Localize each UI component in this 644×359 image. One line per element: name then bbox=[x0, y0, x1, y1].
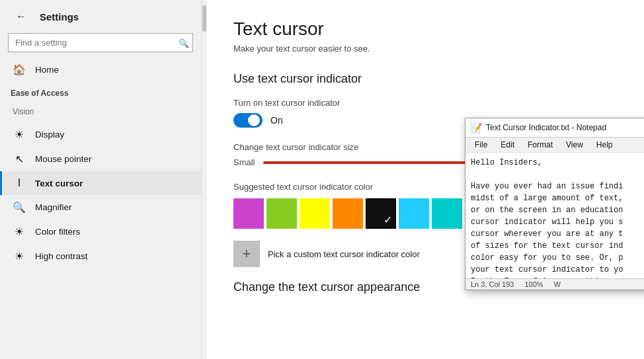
menu-edit[interactable]: Edit bbox=[495, 139, 520, 151]
notepad-menubar: File Edit Format View Help bbox=[465, 138, 644, 153]
home-icon: 🏠 bbox=[13, 63, 26, 76]
status-ln-col: Ln 3, Col 193 bbox=[471, 280, 514, 288]
notepad-app-icon: 📝 bbox=[471, 122, 482, 133]
sidebar-item-home[interactable]: 🏠 Home bbox=[0, 58, 201, 82]
notepad-line-11: In the Ease of Access settings, bbox=[471, 276, 644, 278]
toggle-description: Turn on text cursor indicator bbox=[233, 98, 618, 108]
notepad-line-1: Hello Insiders, bbox=[471, 157, 644, 169]
menu-format[interactable]: Format bbox=[522, 139, 558, 151]
notepad-win-controls: — □ ✕ bbox=[641, 121, 644, 134]
notepad-line-2 bbox=[471, 169, 644, 180]
status-encoding: W bbox=[554, 280, 561, 288]
menu-help[interactable]: Help bbox=[591, 139, 618, 151]
status-left: Ln 3, Col 193 100% W bbox=[471, 280, 561, 288]
sidebar-item-high-contrast-label: High contrast bbox=[35, 251, 88, 261]
vision-label: Vision bbox=[13, 107, 34, 116]
color-swatch-yellow[interactable] bbox=[300, 198, 330, 229]
notepad-title-left: 📝 Text Cursor Indicator.txt - Notepad bbox=[471, 122, 606, 133]
notepad-line-4: midst of a large amount of text, bbox=[471, 192, 644, 204]
sidebar-item-color-filters[interactable]: ☀ Color filters bbox=[0, 219, 201, 244]
menu-view[interactable]: View bbox=[561, 139, 588, 151]
custom-color-label: Pick a custom text cursor indicator colo… bbox=[268, 249, 420, 259]
notepad-window: 📝 Text Cursor Indicator.txt - Notepad — … bbox=[465, 118, 644, 290]
status-zoom: 100% bbox=[524, 280, 543, 288]
color-swatch-black[interactable]: ✓ bbox=[366, 198, 396, 229]
notepad-content[interactable]: Hello Insiders, Have you ever had an iss… bbox=[465, 153, 644, 278]
settings-scrollbar[interactable] bbox=[202, 0, 207, 359]
color-swatch-teal[interactable] bbox=[432, 198, 462, 229]
menu-file[interactable]: File bbox=[469, 139, 493, 151]
sidebar-item-magnifier-label: Magnifier bbox=[35, 202, 72, 212]
text-cursor-icon: I bbox=[13, 177, 26, 189]
color-swatch-lightblue[interactable] bbox=[399, 198, 429, 229]
notepad-line-5: or on the screen in an education bbox=[471, 204, 644, 216]
display-icon: ☀ bbox=[13, 128, 26, 141]
sidebar: ← Settings 🔍 🏠 Home Ease of Access Visio… bbox=[0, 0, 202, 359]
page-subtitle: Make your text cursor easier to see. bbox=[233, 44, 618, 54]
sidebar-header: ← Settings bbox=[0, 0, 201, 33]
sidebar-item-color-filters-label: Color filters bbox=[35, 227, 80, 237]
notepad-line-10: your text cursor indicator to yo bbox=[471, 264, 644, 276]
slider-fill bbox=[263, 161, 474, 164]
toggle-state-label: On bbox=[270, 115, 283, 126]
search-icon-button[interactable]: 🔍 bbox=[179, 38, 189, 48]
sidebar-item-mouse-pointer[interactable]: ↖ Mouse pointer bbox=[0, 147, 201, 171]
notepad-line-8: of sizes for the text cursor ind bbox=[471, 240, 644, 252]
sidebar-item-text-cursor-label: Text cursor bbox=[35, 179, 83, 188]
section1-heading: Use text cursor indicator bbox=[233, 72, 618, 86]
sidebar-item-display-label: Display bbox=[35, 130, 64, 140]
ease-of-access-label: Ease of Access bbox=[0, 82, 201, 102]
color-swatch-orange[interactable] bbox=[333, 198, 363, 229]
sidebar-item-text-cursor[interactable]: I Text cursor bbox=[0, 171, 201, 195]
notepad-titlebar: 📝 Text Cursor Indicator.txt - Notepad — … bbox=[465, 118, 644, 138]
sidebar-item-mouse-pointer-label: Mouse pointer bbox=[35, 154, 92, 164]
toggle-knob bbox=[248, 114, 260, 126]
color-swatch-green[interactable] bbox=[266, 198, 297, 229]
main-content: Text cursor Make your text cursor easier… bbox=[207, 0, 644, 359]
notepad-line-9: color easy for you to see. Or, p bbox=[471, 252, 644, 264]
mouse-pointer-icon: ↖ bbox=[13, 153, 26, 165]
sidebar-section-vision: Vision bbox=[0, 102, 201, 122]
search-box: 🔍 bbox=[8, 33, 193, 52]
magnifier-icon: 🔍 bbox=[13, 201, 26, 214]
sidebar-item-home-label: Home bbox=[35, 65, 59, 75]
sidebar-item-display[interactable]: ☀ Display bbox=[0, 122, 201, 147]
color-swatch-purple[interactable] bbox=[233, 198, 264, 229]
toggle-switch[interactable] bbox=[233, 113, 262, 128]
notepad-line-7: cursor wherever you are at any t bbox=[471, 228, 644, 240]
search-input[interactable] bbox=[8, 33, 193, 52]
sidebar-item-magnifier[interactable]: 🔍 Magnifier bbox=[0, 195, 201, 219]
color-filters-icon: ☀ bbox=[13, 225, 26, 238]
swatch-checkmark: ✓ bbox=[383, 214, 392, 226]
custom-color-box: + bbox=[233, 241, 260, 267]
page-title: Text cursor bbox=[233, 19, 618, 40]
sidebar-item-high-contrast[interactable]: ☀ High contrast bbox=[0, 244, 201, 268]
back-button[interactable]: ← bbox=[11, 8, 32, 25]
notepad-line-3: Have you ever had an issue findi bbox=[471, 180, 644, 192]
high-contrast-icon: ☀ bbox=[13, 250, 26, 262]
sidebar-title: Settings bbox=[40, 11, 79, 22]
notepad-statusbar: Ln 3, Col 193 100% W bbox=[465, 278, 644, 290]
notepad-line-6: cursor indicator will help you s bbox=[471, 216, 644, 228]
scrollbar-thumb bbox=[202, 5, 206, 32]
notepad-title-text: Text Cursor Indicator.txt - Notepad bbox=[486, 123, 606, 132]
minimize-button[interactable]: — bbox=[641, 121, 644, 134]
slider-small-label: Small bbox=[233, 157, 255, 167]
